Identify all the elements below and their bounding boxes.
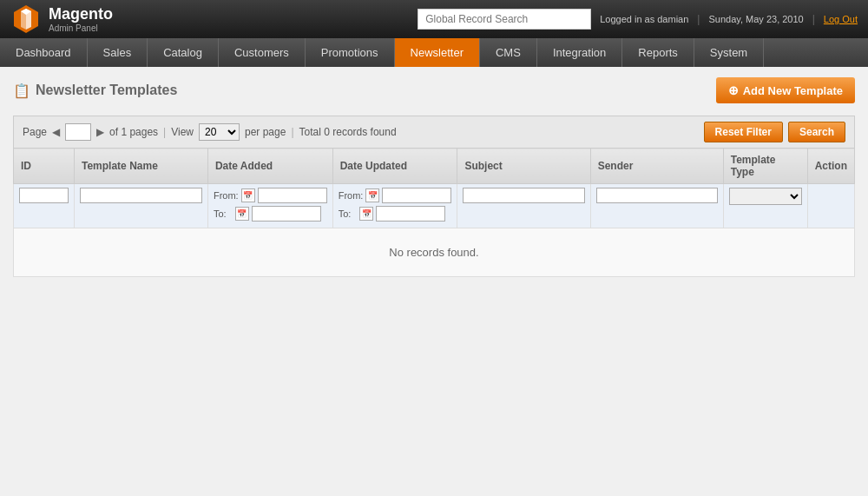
filter-template-name-cell: [75, 184, 208, 228]
col-header-date-updated: Date Updated: [332, 149, 457, 184]
content-area: 📋 Newsletter Templates ⊕ Add New Templat…: [0, 67, 868, 496]
add-icon: ⊕: [728, 83, 739, 97]
nav-item-promotions[interactable]: Promotions: [306, 38, 395, 67]
date-info-text: Sunday, May 23, 2010: [708, 14, 803, 24]
logo-area: Magento Admin Panel: [10, 3, 113, 35]
prev-page-btn2[interactable]: ▶: [96, 126, 104, 138]
total-records-text: Total 0 records found: [299, 126, 397, 138]
nav-item-system[interactable]: System: [694, 38, 764, 67]
date-added-from-input[interactable]: [258, 188, 327, 203]
logout-link[interactable]: Log Out: [824, 14, 858, 24]
date-added-from-label: From:: [214, 190, 239, 201]
col-header-subject: Subject: [457, 149, 590, 184]
page-label: Page: [23, 126, 47, 138]
logo-subtitle: Admin Panel: [49, 23, 113, 33]
filter-id-cell: [14, 184, 75, 228]
global-search-input[interactable]: [418, 9, 591, 30]
pager-right: Reset Filter Search: [704, 122, 845, 142]
search-button[interactable]: Search: [788, 122, 845, 142]
filter-template-type-cell: [723, 184, 807, 228]
header: Magento Admin Panel Logged in as damian …: [0, 0, 868, 38]
filter-sender-input[interactable]: [596, 188, 718, 203]
separator2: |: [812, 13, 815, 25]
filter-date-updated-cell: From: 📅 To: 📅: [332, 184, 457, 228]
col-header-sender: Sender: [590, 149, 723, 184]
date-updated-from-input[interactable]: [382, 188, 451, 203]
nav-item-catalog[interactable]: Catalog: [148, 38, 219, 67]
date-updated-from-calendar-icon[interactable]: 📅: [365, 188, 379, 202]
filter-action-cell: [807, 184, 854, 228]
filter-id-input[interactable]: [19, 188, 69, 203]
logo-text-area: Magento Admin Panel: [49, 5, 113, 33]
page-title-icon: 📋: [13, 83, 30, 99]
filter-subject-input[interactable]: [463, 188, 584, 203]
view-label: View: [171, 126, 194, 138]
logo-brand: Magento: [49, 5, 113, 23]
filter-sender-cell: [590, 184, 723, 228]
nav-item-integration[interactable]: Integration: [537, 38, 622, 67]
page-title: 📋 Newsletter Templates: [13, 83, 177, 99]
newsletter-templates-table: ID Template Name Date Added Date Updated…: [13, 148, 855, 228]
filter-date-added-cell: From: 📅 To: 📅: [207, 184, 332, 228]
filter-subject-cell: [457, 184, 590, 228]
no-records-message: No records found.: [13, 228, 855, 277]
date-updated-to-label: To:: [339, 208, 352, 219]
total-pages-text: of 1 pages: [109, 126, 158, 138]
prev-page-btn[interactable]: ◀: [52, 126, 60, 138]
pager-left: Page ◀ 1 ▶ of 1 pages | View 20 50 100 2…: [23, 123, 397, 141]
nav-item-customers[interactable]: Customers: [219, 38, 306, 67]
date-added-to-input[interactable]: [252, 206, 321, 222]
filter-template-type-select[interactable]: [729, 188, 802, 205]
date-updated-to-calendar-icon[interactable]: 📅: [359, 207, 373, 221]
per-page-label: per page: [245, 126, 286, 138]
user-info-text: Logged in as damian: [600, 14, 688, 24]
separator: |: [697, 13, 700, 25]
nav-item-reports[interactable]: Reports: [622, 38, 694, 67]
page-number-input[interactable]: 1: [65, 123, 91, 141]
magento-logo-icon: [10, 3, 42, 35]
header-right: Logged in as damian | Sunday, May 23, 20…: [418, 9, 858, 30]
date-added-to-calendar-icon[interactable]: 📅: [235, 207, 249, 221]
main-nav: Dashboard Sales Catalog Customers Promot…: [0, 38, 868, 67]
col-header-template-type: Template Type: [723, 149, 807, 184]
col-header-action: Action: [807, 149, 854, 184]
col-header-id: ID: [14, 149, 75, 184]
date-updated-to-input[interactable]: [376, 206, 445, 222]
nav-item-sales[interactable]: Sales: [88, 38, 148, 67]
page-title-text: Newsletter Templates: [36, 83, 177, 98]
nav-item-cms[interactable]: CMS: [480, 38, 537, 67]
filter-template-name-input[interactable]: [80, 188, 202, 203]
date-updated-from-label: From:: [339, 190, 364, 201]
per-page-select[interactable]: 20 50 100 200: [199, 123, 240, 141]
col-header-template-name: Template Name: [75, 149, 208, 184]
title-bar: 📋 Newsletter Templates ⊕ Add New Templat…: [13, 77, 855, 103]
separator4: |: [291, 126, 293, 138]
date-added-to-label: To:: [214, 208, 227, 219]
add-new-template-button[interactable]: ⊕ Add New Template: [716, 77, 855, 103]
filter-row: From: 📅 To: 📅 From: 📅: [14, 184, 855, 228]
add-new-button-label: Add New Template: [743, 84, 843, 97]
separator3: |: [163, 126, 166, 138]
table-header-row: ID Template Name Date Added Date Updated…: [14, 149, 855, 184]
nav-item-newsletter[interactable]: Newsletter: [395, 38, 480, 67]
col-header-date-added: Date Added: [207, 149, 332, 184]
reset-filter-button[interactable]: Reset Filter: [704, 122, 783, 142]
pager-bar: Page ◀ 1 ▶ of 1 pages | View 20 50 100 2…: [13, 116, 855, 148]
date-added-from-calendar-icon[interactable]: 📅: [241, 188, 255, 202]
nav-item-dashboard[interactable]: Dashboard: [0, 38, 88, 67]
